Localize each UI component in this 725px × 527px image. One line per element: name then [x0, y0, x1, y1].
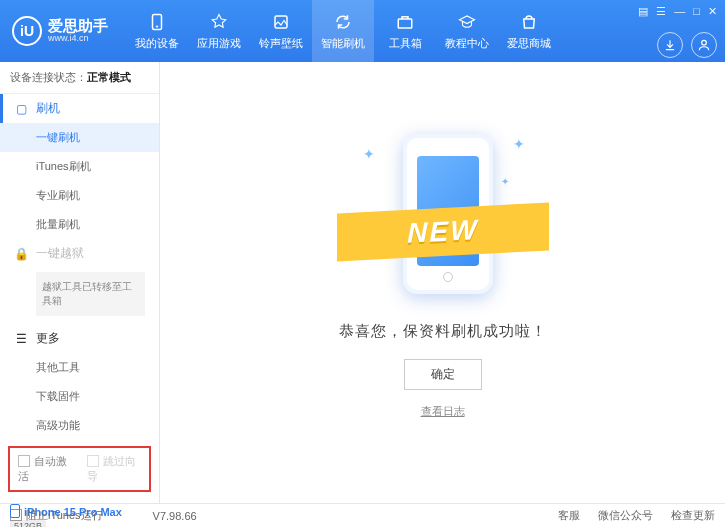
check-update-link[interactable]: 检查更新	[671, 508, 715, 523]
brand-url: www.i4.cn	[48, 34, 108, 44]
sidebar-item-oneclick[interactable]: 一键刷机	[0, 123, 159, 152]
ribbon-text: NEW	[407, 214, 478, 250]
nav-apps[interactable]: 应用游戏	[188, 0, 250, 62]
nav-label: 铃声壁纸	[259, 36, 303, 51]
svg-point-1	[156, 25, 158, 27]
svg-point-4	[702, 40, 707, 45]
download-button[interactable]	[657, 32, 683, 58]
success-message: 恭喜您，保资料刷机成功啦！	[339, 322, 547, 341]
sidebar-section-label: 更多	[36, 330, 60, 347]
sidebar: 设备连接状态：正常模式 ▢ 刷机 一键刷机 iTunes刷机 专业刷机 批量刷机…	[0, 62, 160, 503]
bag-icon	[519, 12, 539, 32]
wallpaper-icon	[271, 12, 291, 32]
auto-activate-checkbox[interactable]: 自动激活	[18, 454, 73, 484]
success-illustration: ✦ ✦ ✦ NEW	[343, 116, 543, 306]
brand-logo: iU 爱思助手 www.i4.cn	[12, 16, 108, 46]
sidebar-item-batch[interactable]: 批量刷机	[0, 210, 159, 239]
sidebar-section-label: 刷机	[36, 100, 60, 117]
ok-button[interactable]: 确定	[404, 359, 482, 390]
minimize-button[interactable]: —	[674, 5, 685, 18]
sidebar-item-advanced[interactable]: 高级功能	[0, 411, 159, 440]
svg-rect-3	[398, 19, 412, 28]
version-label: V7.98.66	[153, 510, 197, 522]
sidebar-section-flash[interactable]: ▢ 刷机	[0, 94, 159, 123]
app-header: iU 爱思助手 www.i4.cn 我的设备 应用游戏 铃声壁纸 智能刷机 工具…	[0, 0, 725, 62]
nav-label: 工具箱	[389, 36, 422, 51]
jailbreak-note: 越狱工具已转移至工具箱	[36, 272, 145, 316]
phone-small-icon: ▢	[14, 102, 28, 116]
lock-icon: 🔒	[14, 247, 28, 261]
support-link[interactable]: 客服	[558, 508, 580, 523]
nav-flash[interactable]: 智能刷机	[312, 0, 374, 62]
logo-icon: iU	[12, 16, 42, 46]
top-nav: 我的设备 应用游戏 铃声壁纸 智能刷机 工具箱 教程中心 爱思商城	[126, 0, 560, 62]
brand-name: 爱思助手	[48, 18, 108, 35]
refresh-icon	[333, 12, 353, 32]
skin-button[interactable]: ▤	[638, 5, 648, 18]
apps-icon	[209, 12, 229, 32]
toolbox-icon	[395, 12, 415, 32]
sidebar-section-label: 一键越狱	[36, 245, 84, 262]
user-button[interactable]	[691, 32, 717, 58]
close-button[interactable]: ✕	[708, 5, 717, 18]
window-controls: ▤ ☰ — □ ✕	[638, 5, 717, 18]
nav-tutorial[interactable]: 教程中心	[436, 0, 498, 62]
sidebar-item-firmware[interactable]: 下载固件	[0, 382, 159, 411]
menu-button[interactable]: ☰	[656, 5, 666, 18]
sidebar-section-jailbreak: 🔒 一键越狱	[0, 239, 159, 268]
main-content: ✦ ✦ ✦ NEW 恭喜您，保资料刷机成功啦！ 确定 查看日志	[160, 62, 725, 503]
maximize-button[interactable]: □	[693, 5, 700, 18]
nav-label: 智能刷机	[321, 36, 365, 51]
nav-ringtones[interactable]: 铃声壁纸	[250, 0, 312, 62]
graduation-icon	[457, 12, 477, 32]
sidebar-item-pro[interactable]: 专业刷机	[0, 181, 159, 210]
sidebar-item-itunes[interactable]: iTunes刷机	[0, 152, 159, 181]
status-label: 设备连接状态：	[10, 71, 87, 83]
checkbox-label: 阻止iTunes运行	[26, 509, 103, 521]
nav-mall[interactable]: 爱思商城	[498, 0, 560, 62]
sidebar-item-othertools[interactable]: 其他工具	[0, 353, 159, 382]
nav-label: 爱思商城	[507, 36, 551, 51]
block-itunes-checkbox[interactable]: 阻止iTunes运行	[10, 508, 103, 523]
nav-device[interactable]: 我的设备	[126, 0, 188, 62]
view-log-link[interactable]: 查看日志	[421, 404, 465, 419]
new-ribbon: NEW	[337, 202, 549, 261]
connection-status: 设备连接状态：正常模式	[0, 62, 159, 94]
nav-label: 教程中心	[445, 36, 489, 51]
sidebar-section-more[interactable]: ☰ 更多	[0, 324, 159, 353]
highlighted-options: 自动激活 跳过向导	[8, 446, 151, 492]
skip-setup-checkbox[interactable]: 跳过向导	[87, 454, 142, 484]
wechat-link[interactable]: 微信公众号	[598, 508, 653, 523]
nav-toolbox[interactable]: 工具箱	[374, 0, 436, 62]
phone-icon	[147, 12, 167, 32]
list-icon: ☰	[14, 332, 28, 346]
status-mode: 正常模式	[87, 71, 131, 83]
nav-label: 应用游戏	[197, 36, 241, 51]
nav-label: 我的设备	[135, 36, 179, 51]
device-icon	[10, 504, 20, 518]
